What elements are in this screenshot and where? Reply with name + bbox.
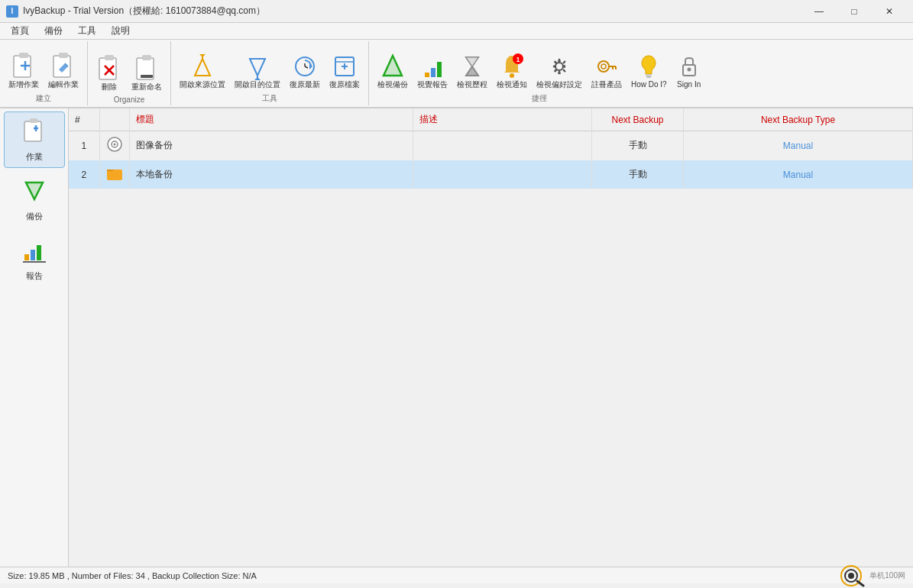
table-header-row: # 標題 描述 Next Backup Next Backup Type bbox=[69, 108, 913, 131]
sidebar: 作業 備份 報告 bbox=[0, 108, 69, 567]
watermark-text: 单机100网 bbox=[869, 570, 905, 581]
svg-marker-17 bbox=[250, 59, 265, 76]
col-title: 標題 bbox=[129, 108, 413, 131]
svg-text:1: 1 bbox=[516, 56, 520, 63]
close-button[interactable]: ✕ bbox=[872, 0, 907, 23]
restore-archive-icon bbox=[332, 54, 357, 79]
history-button[interactable]: 檢視歷程 bbox=[453, 50, 491, 92]
notify-button[interactable]: 1 檢視通知 bbox=[493, 50, 531, 92]
row2-title: 本地备份 bbox=[129, 160, 413, 189]
svg-rect-54 bbox=[37, 245, 41, 260]
svg-rect-53 bbox=[31, 250, 35, 260]
restore-archive-button[interactable]: 復原檔案 bbox=[325, 50, 364, 92]
settings-label: 檢視偏好設定 bbox=[536, 80, 582, 89]
restore-archive-label: 復原檔案 bbox=[329, 80, 360, 89]
svg-marker-29 bbox=[384, 56, 402, 76]
table-header: # 標題 描述 Next Backup Next Backup Type bbox=[69, 108, 913, 131]
view-backup-button[interactable]: 檢視備份 bbox=[374, 50, 412, 92]
open-source-button[interactable]: 開啟來源位置 bbox=[176, 50, 229, 92]
row1-num: 1 bbox=[69, 131, 99, 160]
titlebar-left: I IvyBackup - Trial Version（授權給: 1610073… bbox=[6, 5, 265, 18]
new-job-button[interactable]: 新增作業 bbox=[5, 50, 43, 92]
howdo-button[interactable]: How Do I? bbox=[627, 50, 671, 92]
sidebar-backup-label: 備份 bbox=[26, 211, 43, 222]
svg-rect-59 bbox=[107, 170, 122, 180]
restore-latest-label: 復原最新 bbox=[290, 80, 320, 89]
row2-icon bbox=[99, 160, 129, 189]
signin-button[interactable]: Sign In bbox=[672, 50, 706, 92]
ribbon-group-shortcuts: 檢視備份 視覺報告 bbox=[369, 41, 711, 105]
svg-rect-47 bbox=[30, 118, 37, 123]
delete-button[interactable]: 刪除 bbox=[92, 53, 126, 94]
row1-desc bbox=[413, 131, 591, 160]
ribbon-group-create-items: 新增作業 編輯作業 bbox=[5, 43, 83, 92]
ribbon: 新增作業 編輯作業 建立 bbox=[0, 40, 913, 108]
ribbon-group-organize: 刪除 重新命名 Organize bbox=[88, 41, 171, 105]
settings-button[interactable]: 檢視偏好設定 bbox=[533, 50, 586, 92]
new-job-icon bbox=[11, 54, 36, 79]
delete-icon bbox=[97, 57, 121, 81]
view-report-button[interactable]: 視覺報告 bbox=[413, 50, 452, 92]
register-label: 註冊產品 bbox=[591, 80, 622, 89]
menu-help[interactable]: 說明 bbox=[104, 23, 138, 39]
view-backup-icon bbox=[380, 54, 405, 79]
ribbon-group-create: 新增作業 編輯作業 建立 bbox=[0, 41, 88, 105]
history-label: 檢視歷程 bbox=[457, 80, 487, 89]
menu-home[interactable]: 首頁 bbox=[3, 23, 37, 39]
main-layout: 作業 備份 報告 bbox=[0, 108, 913, 567]
titlebar: I IvyBackup - Trial Version（授權給: 1610073… bbox=[0, 0, 913, 23]
row1-next-backup-type: Manual bbox=[684, 131, 913, 160]
table-wrapper: # 標題 描述 Next Backup Next Backup Type 1 bbox=[69, 108, 913, 567]
ribbon-group-shortcuts-label: 捷徑 bbox=[532, 93, 547, 104]
restore-latest-button[interactable]: 復原最新 bbox=[286, 50, 324, 92]
register-button[interactable]: 註冊產品 bbox=[588, 50, 626, 92]
delete-label: 刪除 bbox=[102, 82, 117, 92]
app-icon: I bbox=[6, 5, 18, 18]
rename-button[interactable]: 重新命名 bbox=[128, 53, 166, 94]
jobs-table: # 標題 描述 Next Backup Next Backup Type 1 bbox=[69, 108, 913, 189]
menu-backup[interactable]: 備份 bbox=[37, 23, 70, 39]
svg-point-38 bbox=[601, 64, 606, 69]
ribbon-group-shortcuts-items: 檢視備份 視覺報告 bbox=[374, 43, 706, 92]
sidebar-item-jobs[interactable]: 作業 bbox=[4, 111, 65, 168]
svg-rect-13 bbox=[141, 75, 153, 78]
row2-next-backup: 手動 bbox=[592, 160, 684, 189]
svg-point-58 bbox=[113, 144, 115, 146]
svg-rect-12 bbox=[142, 55, 151, 60]
svg-rect-30 bbox=[425, 73, 429, 77]
open-source-label: 開啟來源位置 bbox=[180, 80, 225, 89]
rename-icon bbox=[134, 57, 159, 81]
sidebar-reports-label: 報告 bbox=[26, 270, 43, 282]
open-source-icon bbox=[190, 54, 215, 79]
svg-marker-51 bbox=[26, 183, 43, 199]
svg-marker-16 bbox=[199, 54, 206, 57]
content-area: # 標題 描述 Next Backup Next Backup Type 1 bbox=[69, 108, 913, 567]
signin-icon bbox=[677, 54, 701, 79]
svg-rect-1 bbox=[19, 53, 28, 58]
col-next-backup: Next Backup bbox=[592, 108, 684, 131]
row1-next-backup: 手動 bbox=[592, 131, 684, 160]
sidebar-item-reports[interactable]: 報告 bbox=[4, 231, 65, 287]
table-row[interactable]: 2 本地备份 手動 Manual bbox=[69, 160, 913, 189]
row2-desc bbox=[413, 160, 591, 189]
maximize-button[interactable]: □ bbox=[837, 0, 872, 23]
signin-label: Sign In bbox=[677, 80, 701, 89]
svg-point-37 bbox=[598, 61, 609, 72]
svg-rect-46 bbox=[24, 121, 41, 141]
row1-title: 图像备份 bbox=[129, 131, 413, 160]
view-report-label: 視覺報告 bbox=[417, 80, 448, 89]
open-dest-button[interactable]: 開啟目的位置 bbox=[231, 50, 284, 92]
edit-job-button[interactable]: 編輯作業 bbox=[44, 50, 83, 92]
minimize-button[interactable]: — bbox=[801, 0, 837, 23]
statusbar-watermark: 单机100网 bbox=[836, 564, 905, 587]
table-row[interactable]: 1 图像备份 手動 Manual bbox=[69, 131, 913, 160]
sidebar-item-backup[interactable]: 備份 bbox=[4, 171, 65, 228]
restore-latest-icon bbox=[293, 54, 317, 79]
howdo-label: How Do I? bbox=[631, 80, 667, 89]
history-icon bbox=[460, 54, 484, 79]
menu-tools[interactable]: 工具 bbox=[70, 23, 104, 39]
svg-rect-31 bbox=[431, 68, 435, 77]
notify-icon: 1 bbox=[500, 54, 524, 79]
statusbar-text: Size: 19.85 MB , Number of Files: 34 , B… bbox=[8, 571, 257, 580]
col-desc: 描述 bbox=[413, 108, 591, 131]
